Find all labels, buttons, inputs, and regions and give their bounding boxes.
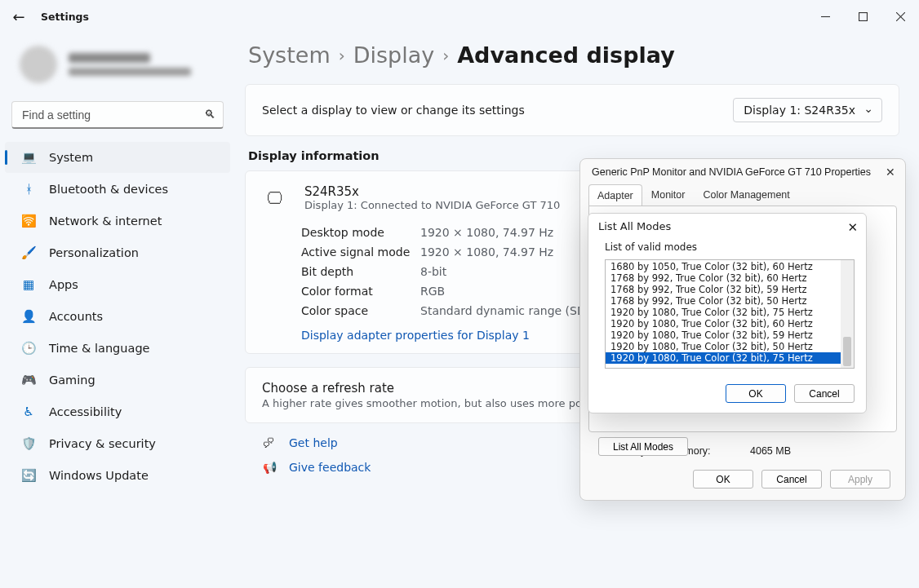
sidebar-item-system[interactable]: 💻System	[5, 142, 230, 173]
sidebar-item-label: Accounts	[49, 310, 103, 323]
nav-list: 💻SystemᚼBluetooth & devices🛜Network & in…	[5, 142, 230, 491]
modes-cancel-button[interactable]: Cancel	[794, 384, 855, 403]
back-arrow-icon[interactable]: ←	[11, 8, 26, 25]
close-icon[interactable]: ✕	[847, 220, 858, 235]
tab-color-management[interactable]: Color Management	[694, 183, 798, 206]
modes-dialog-title: List All Modes	[598, 220, 671, 235]
modes-list-label: List of valid modes	[588, 238, 866, 256]
nav-icon: 🔄	[21, 468, 36, 483]
breadcrumb-system[interactable]: System	[248, 42, 331, 68]
nav-icon: ♿	[21, 405, 36, 419]
sidebar-item-accounts[interactable]: 👤Accounts	[5, 301, 230, 332]
properties-ok-button[interactable]: OK	[693, 470, 753, 489]
sidebar-item-label: Time & language	[49, 342, 150, 355]
account-email	[69, 68, 191, 76]
properties-cancel-button[interactable]: Cancel	[761, 470, 822, 489]
close-button[interactable]	[881, 1, 919, 32]
display-connection: Display 1: Connected to NVIDIA GeForce G…	[304, 199, 560, 211]
display-name: S24R35x	[304, 184, 560, 199]
info-key: Color format	[301, 285, 420, 298]
mode-item[interactable]: 1920 by 1080, True Color (32 bit), 75 He…	[606, 307, 854, 318]
breadcrumb-current: Advanced display	[457, 42, 675, 68]
mode-item[interactable]: 1920 by 1080, True Color (32 bit), 60 He…	[606, 318, 854, 329]
app-title: Settings	[41, 11, 89, 23]
modes-ok-button[interactable]: OK	[726, 384, 786, 403]
get-help-link[interactable]: Get help	[289, 436, 338, 449]
display-selector-card: Select a display to view or change its s…	[245, 84, 899, 136]
info-value: 1920 × 1080, 74.97 Hz	[420, 226, 553, 239]
account-name	[69, 53, 150, 63]
adapter-properties-link[interactable]: Display adapter properties for Display 1	[301, 329, 530, 342]
sidebar-item-label: Privacy & security	[49, 437, 156, 450]
mode-item[interactable]: 1680 by 1050, True Color (32 bit), 60 He…	[606, 261, 854, 272]
sidebar: 🔍︎ 💻SystemᚼBluetooth & devices🛜Network &…	[0, 33, 238, 588]
mode-item[interactable]: 1768 by 992, True Color (32 bit), 50 Her…	[606, 295, 854, 307]
info-value: RGB	[420, 285, 445, 298]
sidebar-item-label: Apps	[49, 278, 78, 291]
modes-listbox[interactable]: 1680 by 1050, True Color (32 bit), 60 He…	[605, 259, 855, 369]
nav-icon: 🕒	[21, 341, 36, 356]
select-display-dropdown[interactable]: Display 1: S24R35x	[733, 98, 882, 122]
give-feedback-link[interactable]: Give feedback	[289, 461, 371, 474]
titlebar: ← Settings	[0, 0, 919, 33]
info-key: Color space	[301, 304, 420, 317]
tab-monitor[interactable]: Monitor	[642, 183, 695, 206]
sidebar-item-time-language[interactable]: 🕒Time & language	[5, 333, 230, 364]
sidebar-item-network-internet[interactable]: 🛜Network & internet	[5, 206, 230, 237]
monitor-icon: 🖵	[262, 188, 288, 208]
account-block[interactable]	[5, 41, 230, 96]
info-value: 1920 × 1080, 74.97 Hz	[420, 245, 553, 259]
properties-title: Generic PnP Monitor and NVIDIA GeForce G…	[592, 166, 871, 178]
info-key: Active signal mode	[301, 245, 420, 259]
sidebar-item-gaming[interactable]: 🎮Gaming	[5, 365, 230, 396]
breadcrumb-display[interactable]: Display	[353, 42, 435, 68]
chevron-right-icon: ›	[442, 46, 449, 65]
mode-item[interactable]: 1920 by 1080, True Color (32 bit), 50 He…	[606, 341, 854, 352]
scrollbar[interactable]	[841, 260, 854, 368]
shared-memory-value: 4065 MB	[750, 445, 791, 457]
properties-apply-button[interactable]: Apply	[830, 470, 890, 489]
search-icon: 🔍︎	[204, 108, 215, 121]
select-display-label: Select a display to view or change its s…	[262, 104, 525, 117]
sidebar-item-label: Bluetooth & devices	[49, 183, 168, 196]
mode-item[interactable]: 1768 by 992, True Color (32 bit), 60 Her…	[606, 272, 854, 284]
search-input[interactable]	[11, 101, 224, 129]
nav-icon: 👤	[21, 309, 36, 324]
sidebar-item-accessibility[interactable]: ♿Accessibility	[5, 396, 230, 427]
tab-adapter[interactable]: Adapter	[588, 184, 642, 206]
properties-tabs: Adapter Monitor Color Management	[580, 183, 905, 206]
minimize-button[interactable]	[806, 1, 844, 32]
list-all-modes-button[interactable]: List All Modes	[598, 437, 688, 456]
nav-icon: 🛜	[21, 214, 36, 228]
info-key: Desktop mode	[301, 226, 420, 239]
avatar	[20, 46, 57, 83]
info-key: Bit depth	[301, 265, 420, 278]
sidebar-item-label: Windows Update	[49, 469, 149, 482]
nav-icon: ▦	[21, 277, 36, 292]
nav-icon: 🎮	[21, 373, 36, 387]
breadcrumb: System › Display › Advanced display	[248, 42, 899, 68]
scrollbar-thumb[interactable]	[843, 337, 851, 366]
mode-item[interactable]: 1920 by 1080, True Color (32 bit), 59 He…	[606, 329, 854, 341]
sidebar-item-windows-update[interactable]: 🔄Windows Update	[5, 460, 230, 491]
sidebar-item-apps[interactable]: ▦Apps	[5, 269, 230, 300]
sidebar-item-privacy-security[interactable]: 🛡️Privacy & security	[5, 428, 230, 459]
sidebar-item-label: Personalization	[49, 246, 139, 259]
help-icon: 🗪	[263, 436, 277, 449]
list-all-modes-dialog: List All Modes ✕ List of valid modes 168…	[588, 213, 867, 413]
sidebar-item-label: Network & internet	[49, 214, 162, 228]
sidebar-item-label: Gaming	[49, 374, 95, 387]
nav-icon: 🛡️	[21, 436, 36, 451]
sidebar-item-personalization[interactable]: 🖌️Personalization	[5, 237, 230, 268]
mode-item[interactable]: 1768 by 992, True Color (32 bit), 59 Her…	[606, 284, 854, 295]
nav-icon: 🖌️	[21, 245, 36, 260]
sidebar-item-bluetooth-devices[interactable]: ᚼBluetooth & devices	[5, 174, 230, 205]
close-icon[interactable]: ✕	[886, 166, 895, 179]
info-value: 8-bit	[420, 265, 446, 278]
maximize-button[interactable]	[844, 1, 881, 32]
svg-rect-1	[859, 12, 867, 20]
chevron-right-icon: ›	[339, 46, 345, 65]
feedback-icon: 📢	[263, 461, 277, 474]
mode-item[interactable]: 1920 by 1080, True Color (32 bit), 75 He…	[606, 352, 854, 364]
sidebar-item-label: System	[49, 151, 93, 164]
